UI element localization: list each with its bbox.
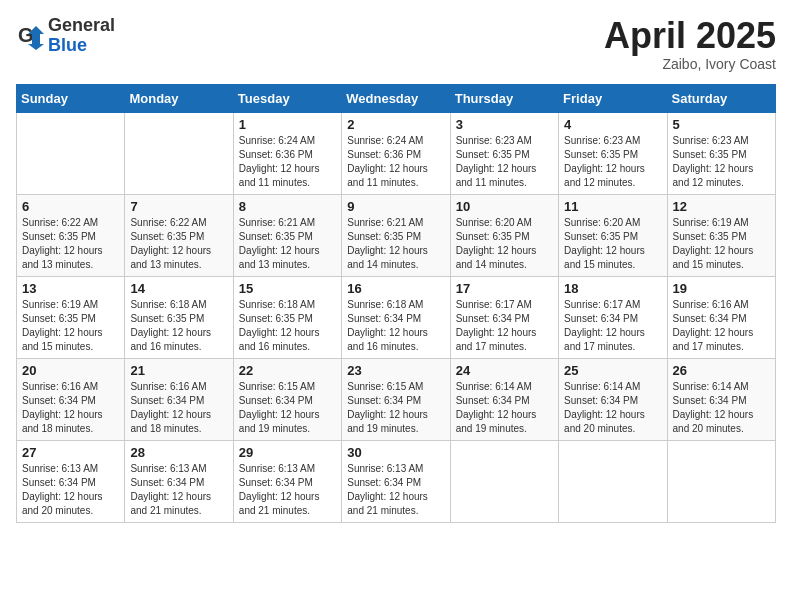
calendar-day-cell: 22Sunrise: 6:15 AM Sunset: 6:34 PM Dayli… <box>233 358 341 440</box>
weekday-header-sunday: Sunday <box>17 84 125 112</box>
calendar-day-cell: 18Sunrise: 6:17 AM Sunset: 6:34 PM Dayli… <box>559 276 667 358</box>
day-info: Sunrise: 6:17 AM Sunset: 6:34 PM Dayligh… <box>564 298 661 354</box>
day-number: 9 <box>347 199 444 214</box>
day-info: Sunrise: 6:19 AM Sunset: 6:35 PM Dayligh… <box>673 216 770 272</box>
day-info: Sunrise: 6:16 AM Sunset: 6:34 PM Dayligh… <box>22 380 119 436</box>
calendar-empty-cell <box>559 440 667 522</box>
day-info: Sunrise: 6:16 AM Sunset: 6:34 PM Dayligh… <box>673 298 770 354</box>
weekday-header-saturday: Saturday <box>667 84 775 112</box>
day-info: Sunrise: 6:16 AM Sunset: 6:34 PM Dayligh… <box>130 380 227 436</box>
calendar-day-cell: 10Sunrise: 6:20 AM Sunset: 6:35 PM Dayli… <box>450 194 558 276</box>
weekday-header-monday: Monday <box>125 84 233 112</box>
day-info: Sunrise: 6:13 AM Sunset: 6:34 PM Dayligh… <box>130 462 227 518</box>
day-number: 14 <box>130 281 227 296</box>
svg-text:G: G <box>18 24 34 46</box>
calendar-week-row: 27Sunrise: 6:13 AM Sunset: 6:34 PM Dayli… <box>17 440 776 522</box>
day-number: 11 <box>564 199 661 214</box>
calendar-day-cell: 3Sunrise: 6:23 AM Sunset: 6:35 PM Daylig… <box>450 112 558 194</box>
day-number: 29 <box>239 445 336 460</box>
day-number: 10 <box>456 199 553 214</box>
day-number: 21 <box>130 363 227 378</box>
day-info: Sunrise: 6:23 AM Sunset: 6:35 PM Dayligh… <box>673 134 770 190</box>
logo-icon: G <box>16 22 44 50</box>
weekday-header-wednesday: Wednesday <box>342 84 450 112</box>
calendar-day-cell: 28Sunrise: 6:13 AM Sunset: 6:34 PM Dayli… <box>125 440 233 522</box>
calendar-week-row: 20Sunrise: 6:16 AM Sunset: 6:34 PM Dayli… <box>17 358 776 440</box>
day-info: Sunrise: 6:19 AM Sunset: 6:35 PM Dayligh… <box>22 298 119 354</box>
day-info: Sunrise: 6:23 AM Sunset: 6:35 PM Dayligh… <box>456 134 553 190</box>
calendar-empty-cell <box>125 112 233 194</box>
day-info: Sunrise: 6:22 AM Sunset: 6:35 PM Dayligh… <box>22 216 119 272</box>
calendar-day-cell: 2Sunrise: 6:24 AM Sunset: 6:36 PM Daylig… <box>342 112 450 194</box>
day-number: 22 <box>239 363 336 378</box>
day-number: 8 <box>239 199 336 214</box>
day-number: 4 <box>564 117 661 132</box>
day-info: Sunrise: 6:22 AM Sunset: 6:35 PM Dayligh… <box>130 216 227 272</box>
day-number: 15 <box>239 281 336 296</box>
day-info: Sunrise: 6:18 AM Sunset: 6:34 PM Dayligh… <box>347 298 444 354</box>
day-number: 3 <box>456 117 553 132</box>
day-number: 1 <box>239 117 336 132</box>
calendar-day-cell: 8Sunrise: 6:21 AM Sunset: 6:35 PM Daylig… <box>233 194 341 276</box>
calendar-day-cell: 21Sunrise: 6:16 AM Sunset: 6:34 PM Dayli… <box>125 358 233 440</box>
day-number: 24 <box>456 363 553 378</box>
day-info: Sunrise: 6:13 AM Sunset: 6:34 PM Dayligh… <box>347 462 444 518</box>
calendar-day-cell: 17Sunrise: 6:17 AM Sunset: 6:34 PM Dayli… <box>450 276 558 358</box>
calendar-day-cell: 4Sunrise: 6:23 AM Sunset: 6:35 PM Daylig… <box>559 112 667 194</box>
day-info: Sunrise: 6:21 AM Sunset: 6:35 PM Dayligh… <box>239 216 336 272</box>
day-number: 20 <box>22 363 119 378</box>
title-area: April 2025 Zaibo, Ivory Coast <box>604 16 776 72</box>
calendar-day-cell: 30Sunrise: 6:13 AM Sunset: 6:34 PM Dayli… <box>342 440 450 522</box>
calendar-day-cell: 11Sunrise: 6:20 AM Sunset: 6:35 PM Dayli… <box>559 194 667 276</box>
day-info: Sunrise: 6:18 AM Sunset: 6:35 PM Dayligh… <box>130 298 227 354</box>
day-number: 27 <box>22 445 119 460</box>
day-info: Sunrise: 6:18 AM Sunset: 6:35 PM Dayligh… <box>239 298 336 354</box>
day-number: 30 <box>347 445 444 460</box>
day-number: 5 <box>673 117 770 132</box>
calendar-day-cell: 14Sunrise: 6:18 AM Sunset: 6:35 PM Dayli… <box>125 276 233 358</box>
day-info: Sunrise: 6:20 AM Sunset: 6:35 PM Dayligh… <box>456 216 553 272</box>
weekday-header-thursday: Thursday <box>450 84 558 112</box>
calendar-empty-cell <box>667 440 775 522</box>
day-number: 12 <box>673 199 770 214</box>
calendar-day-cell: 16Sunrise: 6:18 AM Sunset: 6:34 PM Dayli… <box>342 276 450 358</box>
day-number: 2 <box>347 117 444 132</box>
calendar-day-cell: 7Sunrise: 6:22 AM Sunset: 6:35 PM Daylig… <box>125 194 233 276</box>
day-info: Sunrise: 6:15 AM Sunset: 6:34 PM Dayligh… <box>239 380 336 436</box>
weekday-header-tuesday: Tuesday <box>233 84 341 112</box>
calendar-table: SundayMondayTuesdayWednesdayThursdayFrid… <box>16 84 776 523</box>
calendar-day-cell: 13Sunrise: 6:19 AM Sunset: 6:35 PM Dayli… <box>17 276 125 358</box>
calendar-week-row: 1Sunrise: 6:24 AM Sunset: 6:36 PM Daylig… <box>17 112 776 194</box>
day-number: 19 <box>673 281 770 296</box>
calendar-day-cell: 25Sunrise: 6:14 AM Sunset: 6:34 PM Dayli… <box>559 358 667 440</box>
location-subtitle: Zaibo, Ivory Coast <box>604 56 776 72</box>
calendar-week-row: 6Sunrise: 6:22 AM Sunset: 6:35 PM Daylig… <box>17 194 776 276</box>
day-info: Sunrise: 6:17 AM Sunset: 6:34 PM Dayligh… <box>456 298 553 354</box>
logo-text: General Blue <box>48 16 115 56</box>
day-number: 28 <box>130 445 227 460</box>
day-number: 26 <box>673 363 770 378</box>
calendar-day-cell: 20Sunrise: 6:16 AM Sunset: 6:34 PM Dayli… <box>17 358 125 440</box>
day-info: Sunrise: 6:14 AM Sunset: 6:34 PM Dayligh… <box>673 380 770 436</box>
day-number: 13 <box>22 281 119 296</box>
calendar-day-cell: 24Sunrise: 6:14 AM Sunset: 6:34 PM Dayli… <box>450 358 558 440</box>
weekday-header-friday: Friday <box>559 84 667 112</box>
day-info: Sunrise: 6:14 AM Sunset: 6:34 PM Dayligh… <box>456 380 553 436</box>
header: G General Blue April 2025 Zaibo, Ivory C… <box>16 16 776 72</box>
calendar-day-cell: 19Sunrise: 6:16 AM Sunset: 6:34 PM Dayli… <box>667 276 775 358</box>
day-info: Sunrise: 6:13 AM Sunset: 6:34 PM Dayligh… <box>22 462 119 518</box>
day-info: Sunrise: 6:20 AM Sunset: 6:35 PM Dayligh… <box>564 216 661 272</box>
day-number: 23 <box>347 363 444 378</box>
day-number: 25 <box>564 363 661 378</box>
calendar-day-cell: 15Sunrise: 6:18 AM Sunset: 6:35 PM Dayli… <box>233 276 341 358</box>
calendar-day-cell: 9Sunrise: 6:21 AM Sunset: 6:35 PM Daylig… <box>342 194 450 276</box>
calendar-day-cell: 12Sunrise: 6:19 AM Sunset: 6:35 PM Dayli… <box>667 194 775 276</box>
calendar-day-cell: 1Sunrise: 6:24 AM Sunset: 6:36 PM Daylig… <box>233 112 341 194</box>
day-info: Sunrise: 6:21 AM Sunset: 6:35 PM Dayligh… <box>347 216 444 272</box>
day-info: Sunrise: 6:14 AM Sunset: 6:34 PM Dayligh… <box>564 380 661 436</box>
day-number: 6 <box>22 199 119 214</box>
day-number: 17 <box>456 281 553 296</box>
weekday-header-row: SundayMondayTuesdayWednesdayThursdayFrid… <box>17 84 776 112</box>
day-info: Sunrise: 6:24 AM Sunset: 6:36 PM Dayligh… <box>239 134 336 190</box>
calendar-empty-cell <box>450 440 558 522</box>
